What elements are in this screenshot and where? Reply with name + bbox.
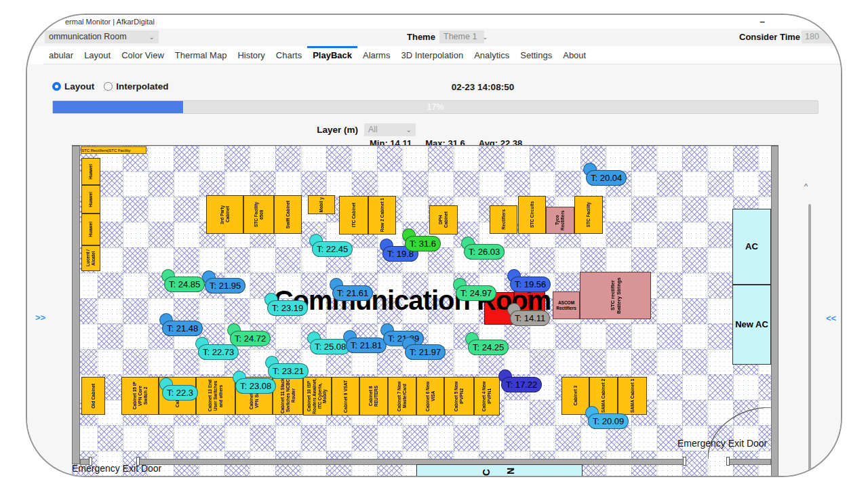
sensor-24.97[interactable]: T: 24.97 [456,285,496,301]
layer-select[interactable]: All ⌄ [364,123,416,136]
sensor-17.22[interactable]: T: 17.22 [501,377,542,392]
minimize-button[interactable]: – [760,16,765,27]
tab-alarms[interactable]: Alarms [357,46,395,64]
sensor-temperature-label: T: 22.45 [312,241,353,257]
sensor-14.11[interactable]: T: 14.11 [510,310,550,326]
tab-layout[interactable]: Layout [79,46,116,64]
sensor-21.95[interactable]: T: 21.95 [205,278,245,293]
cabinet-label: Cabinet 15 IP VPN Core Switch 2 [132,378,148,413]
tab-3d-interpolation[interactable]: 3D Interpolation [395,46,469,64]
sensor-23.08[interactable]: T: 23.08 [235,378,276,394]
radio-off-icon[interactable] [104,82,113,91]
cabinet-label: Huawei [88,192,94,207]
sensor-temperature-label: T: 24.85 [164,277,205,292]
cabinet-3rd-party-cabinet: 3rd Party Cabinet [206,195,243,234]
sensor-20.04[interactable]: T: 20.04 [586,170,627,186]
tab-thermal-map[interactable]: Thermal Map [170,46,233,64]
sensor-22.73[interactable]: T: 22.73 [198,344,239,360]
expand-left-icon[interactable]: >> [35,312,45,323]
scroll-up-icon[interactable]: ^ [804,182,808,190]
header-bar: ommunication Room ⌄ Theme Theme 1 ⌄ Cons… [27,28,841,46]
sensor-24.25[interactable]: T: 24.25 [468,340,509,355]
cabinet-lucent-alcatel: Lucent / Alcatel [81,245,100,271]
room-unit [416,464,583,477]
cabinet-stc-rectifier-battery-strings: STC rectifier Battery Strings [580,272,651,319]
chevron-down-icon: ⌄ [149,30,155,43]
cabinet-label: SAMA Cabinet 1 [630,379,635,413]
cabinet-swift-cabinet: Swift Cabinet [274,195,302,234]
playback-progress-bar[interactable]: 17% [52,100,818,114]
cabinet-stc-facility-6509: STC Facility 6509 [243,195,274,234]
sensor-22.3[interactable]: T: 22.3 [162,385,198,401]
sensor-23.19[interactable]: T: 23.19 [267,300,308,316]
sensor-temperature-label: T: 23.19 [267,300,308,316]
cabinet-stc-circuits: STC Circuits [518,196,546,234]
scrollbar-thumb[interactable] [808,204,811,477]
sensor-temperature-label: T: 23.21 [268,363,309,379]
window-title: ermal Monitor | AfkarDigital [65,18,155,26]
consider-time-label: Consider Time [739,32,800,42]
cabinet-rectifiers: Rectifiers [490,205,517,234]
cabinet-label: Cabinet 10 ISP Routers Awalnet, ITC Cybe… [307,378,328,414]
cabinet-label: 3rd Party Cabinet [220,197,231,232]
room-select-value: ommunication Room [49,30,127,43]
sensor-temperature-label: T: 21.95 [205,278,245,293]
tab-charts[interactable]: Charts [271,46,307,64]
cabinet-label: Cabinet 7 New MasterCard [397,378,408,414]
progress-percent-label: 17% [53,102,818,112]
radio-on-icon[interactable] [52,82,61,91]
consider-time-input[interactable]: 180 [802,30,842,43]
sensor-19.56[interactable]: T: 19.56 [510,277,551,292]
tab-playback[interactable]: PlayBack [307,46,357,64]
radio-interpolated[interactable]: Interpolated [104,81,168,92]
sensor-21.61[interactable]: T: 21.61 [332,285,373,301]
tab-about[interactable]: About [557,46,591,64]
emergency-exit-label-right: Emergency Exit Door [677,438,767,449]
sensor-24.85[interactable]: T: 24.85 [164,277,205,292]
sensor-31.6[interactable]: T: 31.6 [405,236,441,251]
cabinet-label: STC Facility 6509 [254,197,264,232]
theme-select-value: Theme 1 [443,30,477,43]
sensor-temperature-label: T: 24.25 [468,340,509,355]
sensor-22.45[interactable]: T: 22.45 [312,241,353,257]
cabinet-cabinet-5-new-ipvpn2: Cabinet 5 New IPVPN2 [444,377,474,415]
cabinet-label: Cabinet 4 New IPVPN1 [481,378,492,414]
cabinet-label: Cabinet 6 New VISA [425,378,436,414]
room-select[interactable]: ommunication Room ⌄ [45,30,159,43]
theme-select[interactable]: Theme 1 ⌄ [439,30,484,43]
tab-history[interactable]: History [232,46,270,64]
sensor-temperature-label: T: 14.11 [510,310,550,326]
cabinet-cabinet-7-new-mastercard: Cabinet 7 New MasterCard [388,377,416,415]
wall-bottom-segment [729,459,771,465]
tab-color-view[interactable]: Color View [116,46,170,64]
sensor-23.21[interactable]: T: 23.21 [268,363,309,379]
tab-abular[interactable]: abular [43,46,79,64]
cabinet-dph-cabinet: DPH Cabinet [429,205,458,235]
sensor-temperature-label: T: 20.04 [586,170,627,186]
cabinet-label: Tyco Rectifiers [555,208,566,232]
cabinet-label: STC Circuits [530,201,535,228]
sensor-26.03[interactable]: T: 26.03 [464,244,505,260]
cabinet-tyco-rectifiers: Tyco Rectifiers [546,207,574,234]
radio-interpolated-label: Interpolated [116,81,168,92]
cabinet-label: Rectifiers [501,209,507,230]
sensor-21.48[interactable]: T: 21.48 [162,321,203,336]
sensor-temperature-label: T: 21.97 [405,344,446,360]
sensor-21.97[interactable]: T: 21.97 [405,344,446,360]
sensor-temperature-label: T: 26.03 [464,244,505,260]
radio-layout-label: Layout [64,81,94,92]
sensor-temperature-label: T: 22.73 [198,344,239,360]
collapse-right-icon[interactable]: << [826,313,836,323]
cabinet-label: Cabinet 8 REUTERS [368,378,379,414]
chevron-down-icon: ⌄ [482,30,488,43]
emergency-exit-label-left: Emergency Exit Door [72,463,161,474]
tab-settings[interactable]: Settings [515,46,557,64]
sensor-21.81[interactable]: T: 21.81 [346,338,387,353]
layer-select-value: All [368,123,378,136]
content-area: Layout Interpolated 02-23 14:08:50 17% L… [27,64,841,476]
door-jamb [683,457,686,466]
radio-layout[interactable]: Layout [52,81,94,92]
cabinet-old-cabinet: Old Cabinet [81,377,105,415]
sensor-20.09[interactable]: T: 20.09 [588,413,629,429]
tab-analytics[interactable]: Analytics [469,46,515,64]
